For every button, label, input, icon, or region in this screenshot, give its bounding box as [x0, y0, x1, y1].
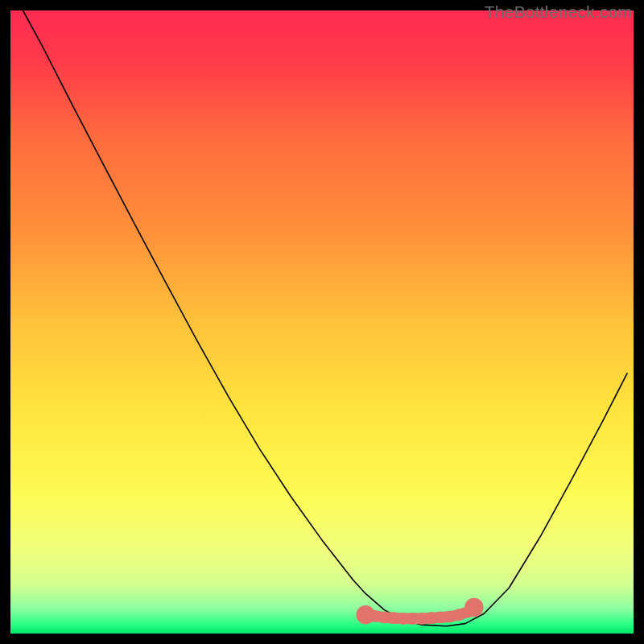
chart-frame: TheBottleneck.com — [10, 10, 634, 634]
optimal-band-marker — [464, 598, 484, 617]
watermark-text: TheBottleneck.com — [485, 2, 632, 22]
chart-svg — [10, 10, 634, 634]
